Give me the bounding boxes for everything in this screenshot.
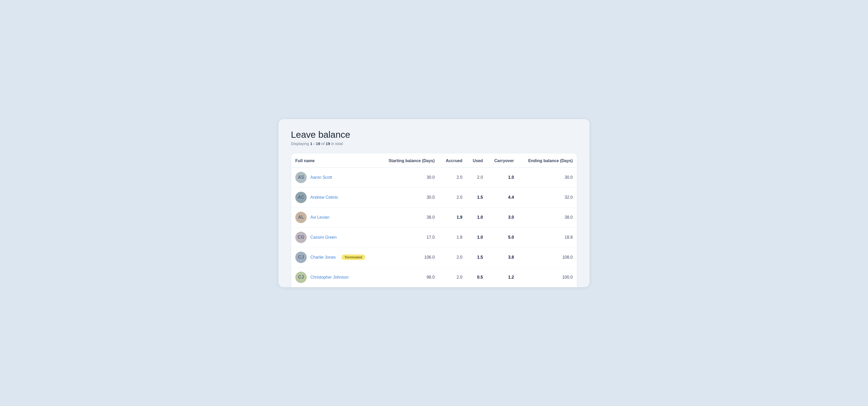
person-name-link[interactable]: Cassini Green: [310, 235, 337, 240]
starting-balance: 38.0: [378, 207, 439, 227]
ending-balance: 18.8: [518, 227, 577, 247]
terminated-badge: Terminated: [341, 255, 365, 260]
name-cell-3: CG Cassini Green: [295, 232, 374, 243]
used-value: 0.5: [466, 267, 487, 287]
col-header-used: Used: [466, 153, 487, 168]
leave-balance-table: Full name Starting balance (Days) Accrue…: [291, 153, 577, 287]
person-name-link[interactable]: Andrew Cetinic: [310, 195, 338, 200]
person-name-link[interactable]: Avi Levian: [310, 215, 330, 220]
leave-balance-card: Leave balance Displaying 1 - 19 of 19 in…: [278, 119, 590, 287]
accrued-value: 1.9: [439, 207, 467, 227]
name-cell-0: AS Aaron Scott: [295, 172, 374, 183]
starting-balance: 30.0: [378, 187, 439, 207]
name-cell-2: AL Avi Levian: [295, 212, 374, 223]
avatar: CG: [295, 232, 307, 243]
table-row: AC Andrew Cetinic 30.02.01.54.432.0: [291, 187, 577, 207]
starting-balance: 17.0: [378, 227, 439, 247]
table-header-row: Full name Starting balance (Days) Accrue…: [291, 153, 577, 168]
name-cell-5: CJ Christopher Johnson: [295, 271, 374, 283]
accrued-value: 1.8: [439, 227, 467, 247]
avatar: CJ: [295, 271, 307, 283]
ending-balance: 100.0: [518, 267, 577, 287]
table-row: CJ Christopher Johnson 98.02.00.51.2100.…: [291, 267, 577, 287]
person-name-link[interactable]: Aaron Scott: [310, 175, 332, 180]
col-header-name: Full name: [291, 153, 378, 168]
person-name-link[interactable]: Charlie Jones: [310, 255, 336, 260]
person-name-link[interactable]: Christopher Johnson: [310, 275, 349, 280]
carryover-value: 5.0: [487, 227, 518, 247]
name-cell-1: AC Andrew Cetinic: [295, 192, 374, 203]
carryover-value: 1.2: [487, 267, 518, 287]
col-header-starting: Starting balance (Days): [378, 153, 439, 168]
avatar: AL: [295, 212, 307, 223]
accrued-value: 2.0: [439, 247, 467, 267]
ending-balance: 32.0: [518, 187, 577, 207]
ending-balance: 108.0: [518, 247, 577, 267]
col-header-accrued: Accrued: [439, 153, 467, 168]
accrued-value: 2.0: [439, 267, 467, 287]
accrued-value: 2.0: [439, 187, 467, 207]
used-value: 1.0: [466, 227, 487, 247]
starting-balance: 30.0: [378, 167, 439, 187]
starting-balance: 106.0: [378, 247, 439, 267]
col-header-carryover: Carryover: [487, 153, 518, 168]
accrued-value: 2.0: [439, 167, 467, 187]
table-row: AL Avi Levian 38.01.91.03.038.0: [291, 207, 577, 227]
table-row: AS Aaron Scott 30.02.02.01.030.0: [291, 167, 577, 187]
col-header-ending: Ending balance (Days): [518, 153, 577, 168]
table-row: CJ Charlie Jones Terminated 106.02.01.53…: [291, 247, 577, 267]
starting-balance: 98.0: [378, 267, 439, 287]
used-value: 1.0: [466, 207, 487, 227]
page-title: Leave balance: [291, 129, 577, 140]
avatar: AS: [295, 172, 307, 183]
used-value: 1.5: [466, 187, 487, 207]
name-cell-4: CJ Charlie Jones Terminated: [295, 252, 374, 263]
ending-balance: 38.0: [518, 207, 577, 227]
avatar: CJ: [295, 252, 307, 263]
used-value: 1.5: [466, 247, 487, 267]
subtitle: Displaying 1 - 19 of 19 in total: [291, 141, 577, 146]
carryover-value: 4.4: [487, 187, 518, 207]
carryover-value: 3.0: [487, 207, 518, 227]
carryover-value: 3.8: [487, 247, 518, 267]
used-value: 2.0: [466, 167, 487, 187]
avatar: AC: [295, 192, 307, 203]
ending-balance: 30.0: [518, 167, 577, 187]
table-row: CG Cassini Green 17.01.81.05.018.8: [291, 227, 577, 247]
carryover-value: 1.0: [487, 167, 518, 187]
